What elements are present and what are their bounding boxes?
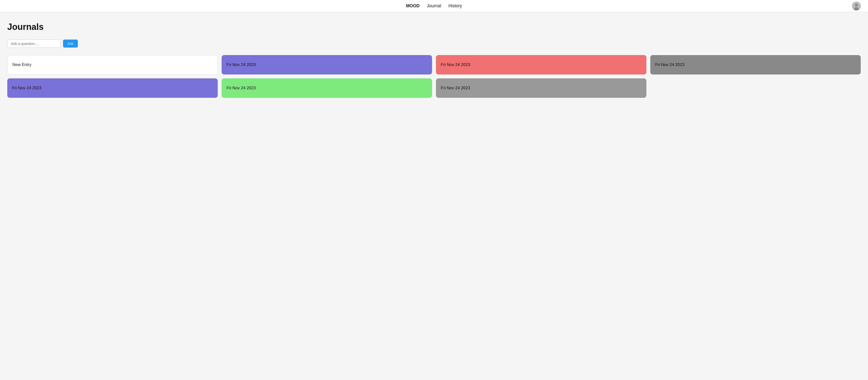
journal-card-new-entry[interactable]: New Entry [7,55,218,75]
ask-button[interactable]: Ask [63,39,78,48]
journal-card-card-3[interactable]: Fri Nov 24 2023 [650,55,861,75]
navbar: MOOD Journal History [0,0,868,12]
page-title: Journals [7,22,861,32]
nav-link-journal[interactable]: Journal [427,3,441,8]
search-row: Ask [7,39,861,48]
search-input[interactable] [7,39,61,48]
main-content: Journals Ask New EntryFri Nov 24 2023Fri… [0,12,868,108]
journal-card-card-4[interactable]: Fri Nov 24 2023 [7,78,218,98]
journal-card-card-5[interactable]: Fri Nov 24 2023 [222,78,432,98]
journal-grid-row2: Fri Nov 24 2023Fri Nov 24 2023Fri Nov 24… [7,78,861,98]
journal-grid-row1: New EntryFri Nov 24 2023Fri Nov 24 2023F… [7,55,861,75]
svg-point-1 [855,4,858,6]
nav-link-history[interactable]: History [448,3,462,8]
journal-card-card-1[interactable]: Fri Nov 24 2023 [222,55,432,75]
journal-card-card-2[interactable]: Fri Nov 24 2023 [436,55,646,75]
nav-links: MOOD Journal History [406,3,462,8]
avatar[interactable] [852,2,861,10]
journal-card-card-6[interactable]: Fri Nov 24 2023 [436,78,646,98]
nav-brand[interactable]: MOOD [406,3,420,8]
